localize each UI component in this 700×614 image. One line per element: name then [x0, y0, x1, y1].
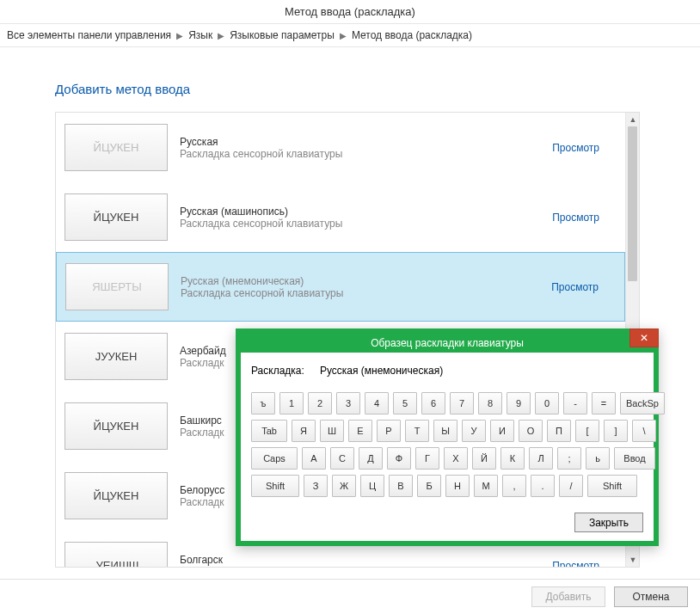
- preview-link[interactable]: Просмотр: [552, 142, 599, 154]
- key: Shift: [251, 475, 299, 497]
- key: /: [559, 475, 583, 497]
- key: Tab: [251, 420, 287, 442]
- preview-link[interactable]: Просмотр: [551, 281, 599, 293]
- row-title: Русская (мнемоническая): [181, 275, 539, 287]
- key: С: [330, 447, 354, 470]
- row-subtitle: Раскладка сенсорной клавиатуры: [180, 148, 540, 160]
- keyboard-tile: ЯШЕРТЫ: [65, 263, 169, 310]
- key: ь: [586, 447, 610, 470]
- key: О: [519, 420, 543, 442]
- preview-link[interactable]: Просмотр: [552, 560, 599, 568]
- scroll-down-icon[interactable]: ▼: [626, 553, 640, 567]
- page-heading: Добавить метод ввода: [55, 82, 645, 96]
- key: BackSp: [620, 392, 665, 414]
- key: ,: [502, 475, 526, 497]
- row-subtitle: Раскладка сенсорной клавиатуры: [180, 566, 540, 568]
- key: 1: [279, 392, 304, 414]
- row-title: Болгарск: [180, 554, 540, 566]
- close-icon[interactable]: ✕: [629, 328, 659, 347]
- row-title: Русская (машинопись): [180, 206, 540, 218]
- key: Б: [417, 475, 441, 497]
- chevron-right-icon: ▶: [218, 31, 224, 40]
- key: Й: [472, 447, 496, 470]
- breadcrumb: Все элементы панели управления ▶ Язык ▶ …: [0, 23, 700, 47]
- key: 5: [393, 392, 417, 414]
- key: Ф: [387, 447, 411, 470]
- row-subtitle: Раскладка сенсорной клавиатуры: [180, 218, 540, 230]
- key: Shift: [587, 475, 637, 497]
- key: Г: [415, 447, 439, 470]
- key: Л: [529, 447, 553, 470]
- dialog-footer: Добавить Отмена: [0, 579, 700, 614]
- key: У: [462, 420, 486, 442]
- key: Р: [377, 420, 401, 442]
- key: Е: [348, 420, 372, 442]
- preview-link[interactable]: Просмотр: [552, 212, 599, 224]
- keyboard-tile: ,УЕИШЩ: [64, 542, 168, 567]
- breadcrumb-item[interactable]: Языковые параметры: [230, 29, 335, 41]
- breadcrumb-item[interactable]: Метод ввода (раскладка): [352, 29, 472, 41]
- keyboard-preview: ъ1234567890-=BackSp TabЯШЕРТЫУИОП[]\ Cap…: [251, 392, 643, 497]
- key: П: [547, 420, 571, 442]
- key: ]: [604, 420, 628, 442]
- key: 9: [507, 392, 531, 414]
- key: ъ: [251, 392, 275, 414]
- key: 4: [365, 392, 389, 414]
- breadcrumb-item[interactable]: Все элементы панели управления: [7, 29, 171, 41]
- key: 8: [478, 392, 502, 414]
- key: \: [632, 420, 656, 442]
- row-text: Болгарск Раскладка сенсорной клавиатуры: [180, 554, 540, 568]
- key: =: [592, 392, 616, 414]
- key: Т: [405, 420, 429, 442]
- breadcrumb-item[interactable]: Язык: [188, 29, 212, 41]
- row-text: Русская (мнемоническая) Раскладка сенсор…: [181, 275, 539, 299]
- popup-title: Образец раскладки клавиатуры: [371, 337, 524, 349]
- key: Д: [359, 447, 383, 470]
- key: Х: [444, 447, 468, 470]
- key: Ж: [332, 475, 356, 497]
- chevron-right-icon: ▶: [340, 31, 347, 40]
- key: 3: [336, 392, 360, 414]
- key: Я: [292, 420, 316, 442]
- layout-label: Раскладка:: [251, 365, 304, 377]
- row-subtitle: Раскладка сенсорной клавиатуры: [181, 287, 539, 299]
- cancel-button[interactable]: Отмена: [614, 586, 688, 607]
- key: Ы: [433, 420, 457, 442]
- popup-titlebar[interactable]: Образец раскладки клавиатуры ✕: [241, 334, 654, 353]
- key: .: [531, 475, 555, 497]
- key: В: [389, 475, 413, 497]
- key: Ш: [320, 420, 344, 442]
- input-method-row[interactable]: ЙЦУКЕН Русская Раскладка сенсорной клави…: [56, 113, 625, 182]
- add-button[interactable]: Добавить: [531, 586, 605, 607]
- row-text: Русская (машинопись) Раскладка сенсорной…: [180, 206, 540, 230]
- key: [: [575, 420, 599, 442]
- layout-name: Русская (мнемоническая): [320, 365, 443, 377]
- scroll-thumb[interactable]: [628, 126, 637, 281]
- key: 6: [421, 392, 445, 414]
- key: Ввод: [614, 447, 655, 470]
- key: ;: [557, 447, 581, 470]
- key: 0: [535, 392, 559, 414]
- scroll-up-icon[interactable]: ▲: [626, 113, 640, 126]
- key: А: [302, 447, 326, 470]
- key: М: [474, 475, 498, 497]
- keyboard-tile: ЙЦУКЕН: [64, 472, 168, 519]
- input-method-row[interactable]: ЙЦУКЕН Русская (машинопись) Раскладка се…: [56, 182, 625, 252]
- key: З: [304, 475, 328, 497]
- key: 2: [308, 392, 332, 414]
- key: Н: [445, 475, 470, 497]
- keyboard-tile: ЙЦУКЕН: [64, 124, 168, 171]
- key: 7: [450, 392, 474, 414]
- input-method-row[interactable]: ЯШЕРТЫ Русская (мнемоническая) Раскладка…: [56, 252, 625, 322]
- window-title: Метод ввода (раскладка): [0, 0, 700, 23]
- row-text: Русская Раскладка сенсорной клавиатуры: [180, 136, 540, 160]
- key: Ц: [360, 475, 384, 497]
- key: -: [563, 392, 587, 414]
- keyboard-preview-popup: Образец раскладки клавиатуры ✕ Раскладка…: [236, 328, 659, 546]
- keyboard-tile: ЙЦУКЕН: [64, 402, 168, 450]
- key: К: [500, 447, 525, 470]
- key: И: [490, 420, 514, 442]
- key: Caps: [251, 447, 298, 470]
- keyboard-tile: ЙЦУКЕН: [64, 193, 168, 241]
- close-button[interactable]: Закрыть: [574, 513, 643, 532]
